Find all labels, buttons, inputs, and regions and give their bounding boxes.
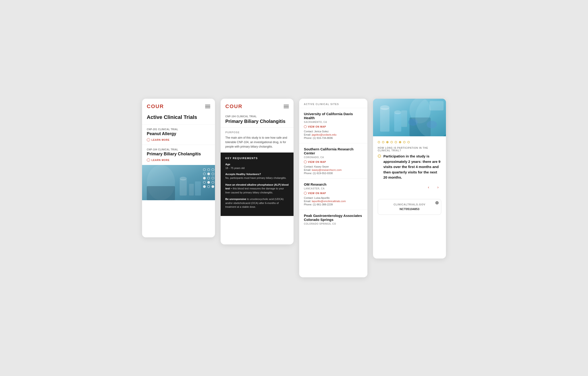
screen1-card: COUR Active Clinical Trials CNP-201 CLIN… xyxy=(142,99,215,237)
view-on-map-btn-3[interactable]: VIEW ON MAP xyxy=(304,192,363,195)
map-circle-icon-1 xyxy=(304,125,307,128)
screen2-trial-header: CNP-104 CLINICAL TRIAL Primary Biliary C… xyxy=(221,113,294,128)
screen3-card: ACTIVE CLINICAL SITES University of Cali… xyxy=(299,99,367,277)
dec-dot-3 xyxy=(386,141,389,143)
svg-rect-31 xyxy=(401,110,407,127)
learn-more-icon-2: ○ xyxy=(147,158,150,162)
screen1-logo: COUR xyxy=(147,104,164,110)
site-item-ucdavis: University of California Davis Health SA… xyxy=(299,108,367,143)
ct-id: NCT05104853 xyxy=(382,207,437,211)
learn-more-btn-2[interactable]: ○ LEARN MORE xyxy=(147,158,210,162)
screen1-hamburger[interactable] xyxy=(205,105,210,108)
req-alp-value: Have an elevated alkaline phosphatase (A… xyxy=(225,183,289,195)
site-email-2[interactable]: kasey@researchscrc.com xyxy=(312,168,342,171)
dec-dot-4 xyxy=(390,141,393,143)
site-name-1: University of California Davis Health xyxy=(304,112,363,120)
trial-name-1: Peanut Allergy xyxy=(147,131,210,136)
svg-point-13 xyxy=(203,177,205,179)
svg-point-26 xyxy=(394,110,401,114)
view-on-map-btn-1[interactable]: VIEW ON MAP xyxy=(304,125,363,128)
trial-name-2: Primary Biliary Cholangitis xyxy=(147,152,210,157)
screen2-nav: COUR xyxy=(221,99,294,113)
screen2-card: COUR CNP-104 CLINICAL TRIAL Primary Bili… xyxy=(221,99,294,244)
trial-label-1: CNP-201 CLINICAL TRIAL xyxy=(147,128,210,131)
req-age: Age 18 - 75 years old xyxy=(225,163,289,170)
faq-next-btn[interactable]: › xyxy=(435,184,441,191)
dec-dot-1 xyxy=(378,141,380,143)
key-req-heading: KEY REQUIREMENTS xyxy=(225,157,289,160)
ct-info-icon: i xyxy=(435,201,439,204)
svg-rect-6 xyxy=(195,181,201,196)
site-email-3[interactable]: lapurillo@omclinicaltrials.com xyxy=(312,200,346,203)
faq-question: HOW LONG IS PARTICIPATION IN THE CLINICA… xyxy=(378,147,441,152)
req-volunteers-value: No, participants must have primary bilia… xyxy=(225,176,289,180)
ct-label: CLINICALTRIALS.GOV xyxy=(382,203,437,206)
faq-bullet-icon xyxy=(378,154,381,158)
purpose-text: The main aim of this study is to see how… xyxy=(225,136,289,149)
dec-dot-5 xyxy=(395,141,397,143)
req-volunteers: Accepts Healthy Volunteers? No, particip… xyxy=(225,173,289,180)
screen4-hero-image xyxy=(373,99,446,136)
purpose-section: PURPOSE The main aim of this study is to… xyxy=(221,128,294,153)
faq-answer-text: Participation in the study is approximat… xyxy=(383,154,441,180)
map-circle-icon-3 xyxy=(304,192,307,195)
faq-nav: ‹ › xyxy=(378,184,441,191)
dec-dot-7 xyxy=(403,141,406,143)
faq-content: HOW LONG IS PARTICIPATION IN THE CLINICA… xyxy=(373,136,446,195)
dots-decoration xyxy=(378,141,441,143)
site-location-1: SACRAMENTO, CA xyxy=(304,121,363,123)
svg-rect-5 xyxy=(189,184,194,196)
trial-lab-image xyxy=(142,165,215,200)
svg-rect-2 xyxy=(147,186,175,200)
site-phone-1: Phone: (1) 916-734-8696 xyxy=(304,136,363,139)
view-on-map-btn-2[interactable]: VIEW ON MAP xyxy=(304,160,363,163)
req-volunteers-label: Accepts Healthy Volunteers? xyxy=(225,173,289,176)
key-requirements-block: KEY REQUIREMENTS Age 18 - 75 years old A… xyxy=(221,153,294,216)
req-age-label: Age xyxy=(225,163,289,166)
site-location-3: LANCASTER, CA xyxy=(304,187,363,190)
site-item-om: OM Research LANCASTER, CA VIEW ON MAP Co… xyxy=(299,178,367,210)
purpose-heading: PURPOSE xyxy=(225,131,289,134)
site-name-4: Peak Gastroenterology Associates Colorad… xyxy=(304,214,363,222)
learn-more-btn-1[interactable]: ○ LEARN MORE xyxy=(147,138,210,141)
req-unresponsive-value: Be unresponsive to ursodeoxycholic acid … xyxy=(225,197,289,209)
site-email-label-1: Email: jagolez@ucdavis.edu xyxy=(304,133,363,136)
dec-dot-8 xyxy=(407,141,410,143)
clinicaltrials-box[interactable]: i CLINICALTRIALS.GOV NCT05104853 xyxy=(378,199,441,215)
trial-label-2: CNP-104 CLINICAL TRIAL xyxy=(147,148,210,151)
sites-header: ACTIVE CLINICAL SITES xyxy=(299,99,367,108)
svg-point-21 xyxy=(212,185,214,188)
req-alp: Have an elevated alkaline phosphatase (A… xyxy=(225,183,289,195)
site-item-peak: Peak Gastroenterology Associates Colorad… xyxy=(299,210,367,231)
site-name-3: OM Research xyxy=(304,182,363,186)
svg-rect-23 xyxy=(380,108,389,132)
map-circle-icon-2 xyxy=(304,160,307,163)
svg-point-11 xyxy=(207,173,210,175)
site-contact-3: Contact: Luisa Apurillo xyxy=(304,197,363,199)
site-email-1[interactable]: jagolez@ucdavis.edu xyxy=(312,133,337,136)
learn-more-icon-1: ○ xyxy=(147,138,150,141)
screen1-nav: COUR xyxy=(142,99,215,112)
faq-answer-container: Participation in the study is approximat… xyxy=(378,154,441,180)
svg-point-17 xyxy=(207,181,210,184)
screen2-trial-label: CNP-104 CLINICAL TRIAL xyxy=(225,115,289,118)
screen4-card: HOW LONG IS PARTICIPATION IN THE CLINICA… xyxy=(373,99,446,259)
svg-rect-3 xyxy=(180,179,187,196)
screen1-page-title: Active Clinical Trials xyxy=(142,112,215,125)
site-email-label-3: Email: lapurillo@omclinicaltrials.com xyxy=(304,200,363,203)
req-unresponsive: Be unresponsive to ursodeoxycholic acid … xyxy=(225,197,289,209)
site-name-2: Southern California Research Center xyxy=(304,147,363,155)
site-contact-1: Contact: Jerica Golez xyxy=(304,130,363,133)
site-location-2: CORONADO, CA xyxy=(304,156,363,159)
svg-rect-25 xyxy=(394,113,401,132)
trial-item-peanut: CNP-201 CLINICAL TRIAL Peanut Allergy ○ … xyxy=(142,125,215,145)
svg-point-4 xyxy=(180,177,187,180)
trial-item-pbc: CNP-104 CLINICAL TRIAL Primary Biliary C… xyxy=(142,145,215,165)
faq-prev-btn[interactable]: ‹ xyxy=(425,184,432,191)
svg-point-19 xyxy=(203,185,205,188)
site-item-socal: Southern California Research Center CORO… xyxy=(299,143,367,178)
screen2-hamburger[interactable] xyxy=(284,105,289,108)
site-email-label-2: Email: kasey@researchscrc.com xyxy=(304,168,363,171)
screen2-trial-title: Primary Biliary Cholangitis xyxy=(225,119,289,124)
site-phone-3: Phone: (1) 661-388-2239 xyxy=(304,203,363,206)
